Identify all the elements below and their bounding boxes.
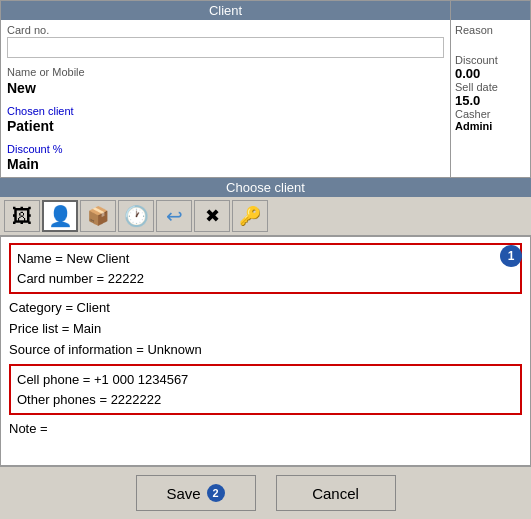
note-equals: = bbox=[40, 421, 48, 436]
photo-btn[interactable]: 🖼 bbox=[4, 200, 40, 232]
sell-date-value: 15.0 bbox=[455, 93, 526, 108]
price-list-equals: = bbox=[62, 321, 73, 336]
cell-phone-label: Cell phone bbox=[17, 372, 79, 387]
name-label: Name bbox=[17, 251, 52, 266]
card-value: 22222 bbox=[108, 271, 144, 286]
choose-client-header: Choose client bbox=[0, 178, 531, 197]
x-icon: ✖ bbox=[205, 205, 220, 227]
reason-label: Reason bbox=[455, 24, 526, 36]
cell-phone-line: Cell phone = +1 000 1234567 bbox=[17, 370, 514, 390]
price-list-line: Price list = Main bbox=[9, 319, 522, 340]
box-btn[interactable]: 📦 bbox=[80, 200, 116, 232]
key-btn[interactable]: 🔑 bbox=[232, 200, 268, 232]
card-label: Card number bbox=[17, 271, 93, 286]
casher-value: Admini bbox=[455, 120, 526, 132]
arrow-btn[interactable]: ↩ bbox=[156, 200, 192, 232]
save-badge: 2 bbox=[207, 484, 225, 502]
category-equals: = bbox=[65, 300, 76, 315]
client-info-area: 1 Name = New Client Card number = 22222 … bbox=[0, 236, 531, 466]
source-equals: = bbox=[136, 342, 147, 357]
cell-phone-value: +1 000 1234567 bbox=[94, 372, 188, 387]
other-phones-label: Other phones bbox=[17, 392, 96, 407]
save-label: Save bbox=[166, 485, 200, 502]
person-icon: 👤 bbox=[48, 204, 73, 228]
card-no-input[interactable] bbox=[7, 37, 444, 58]
category-value: Client bbox=[77, 300, 110, 315]
key-icon: 🔑 bbox=[239, 205, 261, 227]
clock-btn[interactable]: 🕐 bbox=[118, 200, 154, 232]
info-badge: 1 bbox=[500, 245, 522, 267]
choose-client-toolbar: 🖼 👤 📦 🕐 ↩ ✖ 🔑 bbox=[0, 197, 531, 236]
other-phones-value: 2222222 bbox=[111, 392, 162, 407]
casher-label: Casher bbox=[455, 108, 526, 120]
cancel-button[interactable]: Cancel bbox=[276, 475, 396, 511]
name-mobile-value: New bbox=[7, 79, 444, 97]
right-panel-header bbox=[451, 1, 530, 20]
name-value: New Client bbox=[67, 251, 130, 266]
card-no-label: Card no. bbox=[7, 24, 444, 36]
name-mobile-label: Name or Mobile bbox=[7, 66, 444, 78]
category-label: Category bbox=[9, 300, 62, 315]
category-line: Category = Client bbox=[9, 298, 522, 319]
price-list-label: Price list bbox=[9, 321, 58, 336]
photo-icon: 🖼 bbox=[12, 205, 32, 228]
client-panel-header: Client bbox=[1, 1, 450, 20]
other-phones-equals: = bbox=[99, 392, 110, 407]
card-line: Card number = 22222 bbox=[17, 269, 514, 289]
person-btn[interactable]: 👤 bbox=[42, 200, 78, 232]
price-list-value: Main bbox=[73, 321, 101, 336]
name-equals: = bbox=[55, 251, 66, 266]
save-button[interactable]: Save 2 bbox=[136, 475, 256, 511]
source-line: Source of information = Unknown bbox=[9, 340, 522, 361]
chosen-client-value: Patient bbox=[7, 117, 444, 135]
note-line: Note = bbox=[9, 419, 522, 440]
name-card-box: Name = New Client Card number = 22222 bbox=[9, 243, 522, 294]
other-phones-line: Other phones = 2222222 bbox=[17, 390, 514, 410]
cancel-label: Cancel bbox=[312, 485, 359, 502]
box-icon: 📦 bbox=[87, 205, 109, 227]
sell-date-label: Sell date bbox=[455, 81, 526, 93]
source-value: Unknown bbox=[147, 342, 201, 357]
discount-right-value: 0.00 bbox=[455, 66, 526, 81]
arrow-icon: ↩ bbox=[166, 204, 183, 228]
note-label: Note bbox=[9, 421, 36, 436]
phone-box: Cell phone = +1 000 1234567 Other phones… bbox=[9, 364, 522, 415]
name-line: Name = New Client bbox=[17, 249, 514, 269]
card-equals: = bbox=[97, 271, 108, 286]
clock-icon: 🕐 bbox=[124, 204, 149, 228]
chosen-client-label: Chosen client bbox=[7, 105, 444, 117]
cell-phone-equals: = bbox=[83, 372, 94, 387]
delete-btn[interactable]: ✖ bbox=[194, 200, 230, 232]
bottom-bar: Save 2 Cancel bbox=[0, 466, 531, 519]
source-label: Source of information bbox=[9, 342, 133, 357]
discount-right-label: Discount bbox=[455, 54, 526, 66]
discount-value: Main bbox=[7, 155, 444, 173]
discount-label: Discount % bbox=[7, 143, 444, 155]
